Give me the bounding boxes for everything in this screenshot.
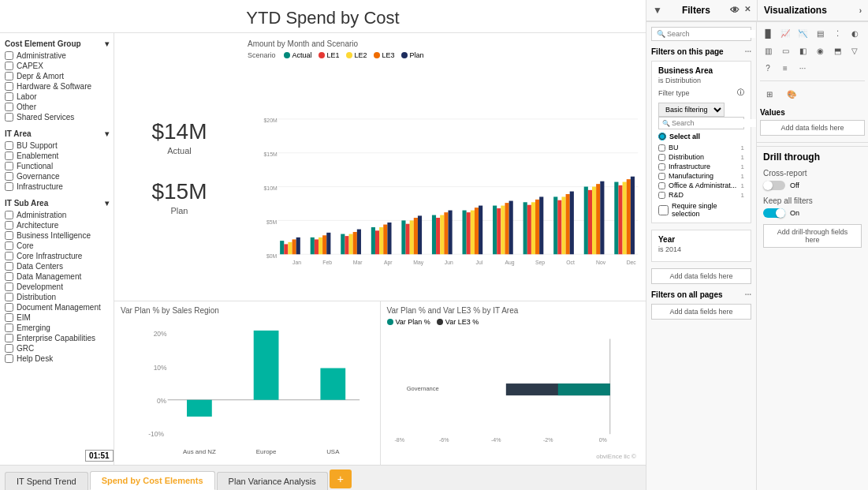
svg-rect-32 bbox=[410, 220, 414, 254]
keep-filters-label: Keep all filters bbox=[763, 196, 862, 205]
close-viz-icon[interactable]: › bbox=[859, 6, 862, 15]
filter-sub-arch[interactable]: Architecture bbox=[5, 221, 109, 230]
matrix-icon[interactable]: ▥ bbox=[760, 43, 776, 58]
eye-icon[interactable]: 👁 bbox=[730, 5, 739, 16]
tab-spend-by-cost-elements[interactable]: Spend by Cost Elements bbox=[90, 471, 215, 490]
filter-bu-support[interactable]: BU Support bbox=[5, 141, 109, 150]
legend-le1: LE1 bbox=[319, 51, 340, 59]
fields-icon[interactable]: ⊞ bbox=[760, 84, 779, 103]
line-chart-icon[interactable]: 📈 bbox=[777, 25, 793, 41]
require-single-checkbox[interactable] bbox=[658, 205, 669, 215]
filter-sub-dm[interactable]: Data Management bbox=[5, 272, 109, 281]
filter-sub-helpdesk[interactable]: Help Desk bbox=[5, 354, 109, 363]
svg-rect-34 bbox=[418, 215, 422, 254]
keep-filters-toggle[interactable]: On bbox=[763, 208, 862, 218]
filter-functional[interactable]: Functional bbox=[5, 162, 109, 170]
more-options-icon[interactable]: ··· bbox=[745, 47, 751, 56]
filters-search-input[interactable] bbox=[667, 30, 755, 38]
svg-rect-102 bbox=[557, 383, 609, 395]
cross-report-track[interactable] bbox=[763, 181, 785, 190]
filter-inner-search-input[interactable] bbox=[672, 119, 757, 127]
ribbon-icon[interactable]: ◇ bbox=[864, 43, 868, 58]
filter-sub-ec[interactable]: Enterprise Capabilities bbox=[5, 334, 109, 342]
filter-other[interactable]: Other bbox=[5, 103, 109, 111]
area-chart-icon[interactable]: 📉 bbox=[795, 25, 810, 41]
gauge-icon[interactable]: ◉ bbox=[812, 43, 828, 58]
filter-sub-eim[interactable]: EIM bbox=[5, 313, 109, 322]
filter-type-hint: ⓘ bbox=[737, 88, 744, 98]
svg-text:$0M: $0M bbox=[266, 253, 278, 259]
filter-governance[interactable]: Governance bbox=[5, 172, 109, 181]
filter-sub-grc[interactable]: GRC bbox=[5, 344, 109, 353]
add-fields-all-button[interactable]: Add data fields here bbox=[651, 304, 751, 320]
svg-text:Mar: Mar bbox=[353, 260, 363, 265]
svg-rect-61 bbox=[588, 190, 592, 254]
svg-rect-59 bbox=[570, 192, 574, 255]
select-all-radio[interactable] bbox=[658, 133, 666, 140]
svg-rect-22 bbox=[349, 234, 353, 255]
donut-icon[interactable]: ○ bbox=[864, 25, 868, 41]
filter-sub-emerging[interactable]: Emerging bbox=[5, 324, 109, 332]
filter-type-select[interactable]: Basic filtering bbox=[658, 103, 725, 117]
filter-sub-core-infra[interactable]: Core Infrastructure bbox=[5, 252, 109, 260]
filter-sub-docmgmt[interactable]: Document Management bbox=[5, 303, 109, 312]
bar-chart-icon[interactable]: ▐▌ bbox=[760, 25, 776, 41]
eraser-icon[interactable]: ✕ bbox=[744, 5, 751, 16]
stacked-bar-icon[interactable]: ▤ bbox=[812, 25, 828, 41]
right-panel-header: ▼ Filters 👁 ✕ Visualizations › bbox=[646, 0, 868, 22]
svg-rect-88 bbox=[187, 400, 212, 417]
svg-rect-52 bbox=[531, 202, 535, 254]
business-area-card: Business Area is Distribution Filter typ… bbox=[651, 61, 751, 223]
waterfall-icon[interactable]: ⬒ bbox=[829, 43, 845, 58]
chevron-down-icon: ▾ bbox=[105, 199, 109, 208]
qa-icon[interactable]: ? bbox=[760, 60, 776, 76]
card-icon[interactable]: ▭ bbox=[777, 43, 793, 58]
filter-sub-dist[interactable]: Distribution bbox=[5, 293, 109, 301]
it-area-header[interactable]: IT Area ▾ bbox=[5, 129, 109, 138]
svg-rect-69 bbox=[631, 177, 635, 255]
it-sub-area-header[interactable]: IT Sub Area ▾ bbox=[5, 199, 109, 208]
add-drill-button[interactable]: Add drill-through fields here bbox=[763, 224, 862, 248]
plan-value: $15M bbox=[151, 179, 207, 204]
slicer-icon[interactable]: ≡ bbox=[777, 60, 793, 76]
scatter-icon[interactable]: ⁚ bbox=[829, 25, 845, 41]
filters-header: ▼ Filters 👁 ✕ bbox=[646, 0, 757, 21]
add-fields-button[interactable]: Add data fields here bbox=[651, 268, 751, 284]
add-data-button[interactable]: Add data fields here bbox=[760, 120, 865, 136]
format-icon[interactable]: 🎨 bbox=[782, 84, 801, 103]
filter-sub-dev[interactable]: Development bbox=[5, 282, 109, 291]
svg-rect-16 bbox=[315, 239, 319, 254]
svg-text:0%: 0% bbox=[157, 397, 167, 405]
cross-report-toggle[interactable]: Off bbox=[763, 181, 862, 190]
filter-inner-search[interactable]: 🔍 bbox=[658, 117, 744, 129]
left-panel: YTD Spend by Cost Cost Element Group ▾ A… bbox=[0, 0, 646, 490]
tab-it-spend-trend[interactable]: IT Spend Trend bbox=[5, 472, 88, 490]
filter-labor[interactable]: Labor bbox=[5, 92, 109, 101]
svg-rect-38 bbox=[444, 212, 448, 254]
svg-text:Dec: Dec bbox=[627, 260, 637, 265]
tab-plan-variance[interactable]: Plan Variance Analysis bbox=[217, 472, 328, 490]
filter-sub-admin[interactable]: Administration bbox=[5, 211, 109, 219]
more-icon[interactable]: ··· bbox=[795, 60, 810, 76]
filter-sub-bi[interactable]: Business Intelligence bbox=[5, 231, 109, 240]
all-pages-more-icon[interactable]: ··· bbox=[745, 290, 751, 299]
filter-capex[interactable]: CAPEX bbox=[5, 62, 109, 70]
filter-enablement[interactable]: Enablement bbox=[5, 151, 109, 160]
bar-chart-title: Amount by Month and Scenario bbox=[248, 39, 639, 48]
pie-icon[interactable]: ◐ bbox=[847, 25, 862, 41]
add-tab-button[interactable]: + bbox=[330, 469, 352, 488]
funnel-icon[interactable]: ▽ bbox=[847, 43, 862, 58]
filter-search-box[interactable]: 🔍 bbox=[651, 27, 751, 41]
filter-sub-core[interactable]: Core bbox=[5, 241, 109, 250]
kpi-icon[interactable]: ◧ bbox=[795, 43, 810, 58]
filter-administrative[interactable]: Administrative bbox=[5, 51, 109, 60]
keep-filters-track[interactable] bbox=[763, 208, 785, 218]
filter-infrastructure[interactable]: Infrastructure bbox=[5, 182, 109, 191]
filter-depr[interactable]: Depr & Amort bbox=[5, 72, 109, 80]
svg-text:-4%: -4% bbox=[490, 437, 501, 443]
filter-sub-dc[interactable]: Data Centers bbox=[5, 262, 109, 271]
filter-hardware[interactable]: Hardware & Software bbox=[5, 82, 109, 91]
filter-shared-services[interactable]: Shared Services bbox=[5, 113, 109, 122]
cost-element-header[interactable]: Cost Element Group ▾ bbox=[5, 39, 109, 48]
keep-filters-value: On bbox=[790, 209, 799, 217]
